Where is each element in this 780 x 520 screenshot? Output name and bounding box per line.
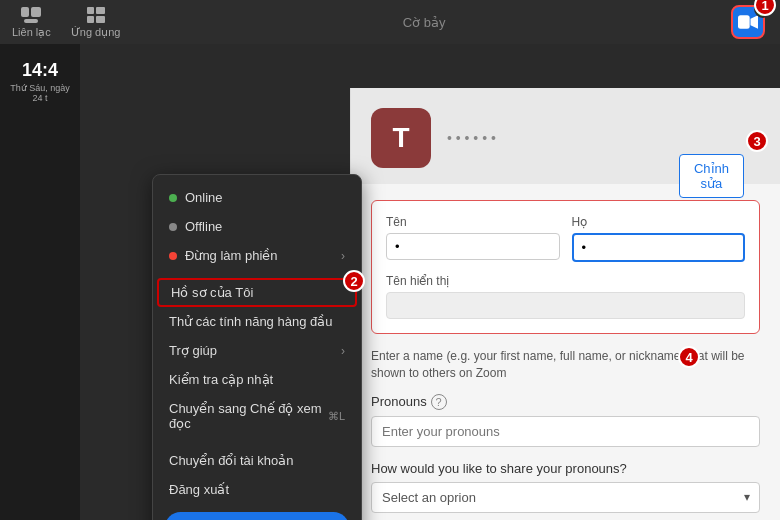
hint-wrapper: Enter a name (e.g. your first name, full…	[371, 348, 760, 382]
tro-giup-label: Trợ giúp	[169, 343, 217, 358]
chinh-sua-button[interactable]: Chỉnh sửa	[679, 154, 744, 198]
profile-name-area: • • • • • •	[447, 130, 744, 146]
step2-badge: 2	[343, 270, 365, 292]
svg-rect-6	[96, 16, 105, 23]
form-area: Tên Họ Tên hiển thị E	[351, 184, 780, 520]
dnd-chevron: ›	[341, 249, 345, 263]
profile-name: • • • • • •	[447, 130, 744, 146]
offline-status: Offline	[169, 219, 222, 234]
step1-badge: 1	[754, 0, 776, 16]
kiem-tra-label: Kiểm tra cập nhật	[169, 372, 273, 387]
ung-dung-icon	[85, 6, 107, 24]
svg-rect-3	[87, 7, 94, 14]
ho-so-wrapper: Hồ sơ của Tôi 2	[153, 278, 361, 307]
form-hint: Enter a name (e.g. your first name, full…	[371, 348, 760, 382]
svg-rect-5	[87, 16, 94, 23]
status-dnd[interactable]: Đừng làm phiền ›	[153, 241, 361, 270]
avatar: T	[371, 108, 431, 168]
chuyen-doi-tai-khoan[interactable]: Chuyển đổi tài khoản	[153, 446, 361, 475]
ten-hien-thi-label: Tên hiển thị	[386, 274, 745, 288]
select-wrap: Select an oprion ▾	[371, 482, 760, 513]
main-content: 14:4 Thứ Sáu, ngày 24 t Online Offline	[0, 44, 780, 520]
ten-group: Tên	[386, 215, 560, 262]
ho-so-cua-toi[interactable]: Hồ sơ của Tôi	[157, 278, 357, 307]
offline-dot	[169, 223, 177, 231]
online-dot	[169, 194, 177, 202]
pronouns-section: Pronouns ?	[371, 394, 760, 447]
pronouns-label: Pronouns ?	[371, 394, 760, 410]
kiem-tra-cap-nhat[interactable]: Kiểm tra cập nhật	[153, 365, 361, 394]
ten-hien-thi-group: Tên hiển thị	[386, 274, 745, 319]
co-bay-label: Cờ bảy	[403, 15, 446, 30]
svg-rect-2	[24, 19, 38, 23]
dnd-label: Đừng làm phiền	[185, 248, 278, 263]
dnd-status: Đừng làm phiền	[169, 248, 278, 263]
tro-giup-chevron: ›	[341, 344, 345, 358]
thu-tinh-nang-label: Thử các tính năng hàng đầu	[169, 314, 332, 329]
svg-rect-7	[738, 15, 750, 28]
online-status: Online	[169, 190, 223, 205]
chuyen-sang-che-do[interactable]: Chuyển sang Chế độ xem đọc ⌘L	[153, 394, 361, 438]
dang-xuat[interactable]: Đăng xuất	[153, 475, 361, 504]
lien-lac-label: Liên lạc	[12, 26, 51, 39]
lien-lac-nav[interactable]: Liên lạc	[12, 6, 51, 39]
step4-badge: 4	[678, 346, 700, 368]
pronouns-input[interactable]	[371, 416, 760, 447]
profile-panel: T • • • • • • Chỉnh sửa 3	[350, 88, 780, 520]
svg-rect-4	[96, 7, 105, 14]
pronouns-help-icon[interactable]: ?	[431, 394, 447, 410]
svg-rect-1	[31, 7, 41, 17]
dropdown-menu: Online Offline Đừng làm phiền ›	[152, 174, 362, 520]
ten-input[interactable]	[386, 233, 560, 260]
share-pronouns-section: How would you like to share your pronoun…	[371, 461, 760, 520]
share-label: How would you like to share your pronoun…	[371, 461, 760, 476]
ho-input[interactable]	[572, 233, 746, 262]
shortcut-label: ⌘L	[328, 410, 345, 423]
time-display: 14:4	[22, 60, 58, 81]
online-label: Online	[185, 190, 223, 205]
page-background: Online Offline Đừng làm phiền ›	[80, 44, 780, 520]
ten-ho-row: Tên Họ	[386, 215, 745, 262]
name-form-box: Tên Họ Tên hiển thị	[371, 200, 760, 334]
step3-badge: 3	[746, 130, 768, 152]
ho-so-label: Hồ sơ của Tôi	[171, 285, 253, 300]
zoom-icon-area: 1	[728, 2, 768, 42]
ho-label: Họ	[572, 215, 746, 229]
profile-header: T • • • • • • Chỉnh sửa 3	[351, 88, 780, 184]
svg-marker-8	[751, 15, 759, 28]
lien-lac-icon	[20, 6, 42, 24]
svg-rect-0	[21, 7, 29, 17]
offline-label: Offline	[185, 219, 222, 234]
dnd-dot	[169, 252, 177, 260]
ung-dung-nav[interactable]: Ứng dụng	[71, 6, 121, 39]
mua-giay-phep-button[interactable]: Mua giấy phép	[165, 512, 349, 520]
date-display: Thứ Sáu, ngày 24 t	[0, 83, 80, 103]
sidebar: 14:4 Thứ Sáu, ngày 24 t	[0, 44, 80, 520]
dang-xuat-label: Đăng xuất	[169, 482, 229, 497]
ung-dung-label: Ứng dụng	[71, 26, 121, 39]
ho-group: Họ	[572, 215, 746, 262]
status-offline[interactable]: Offline	[153, 212, 361, 241]
chuyen-sang-label: Chuyển sang Chế độ xem đọc	[169, 401, 328, 431]
share-select[interactable]: Select an oprion	[371, 482, 760, 513]
ten-label: Tên	[386, 215, 560, 229]
thu-tinh-nang[interactable]: Thử các tính năng hàng đầu	[153, 307, 361, 336]
chuyen-doi-label: Chuyển đổi tài khoản	[169, 453, 293, 468]
top-bar-center: Cờ bảy	[140, 15, 708, 30]
status-online[interactable]: Online	[153, 183, 361, 212]
tro-giup[interactable]: Trợ giúp ›	[153, 336, 361, 365]
ten-hien-thi-input[interactable]	[386, 292, 745, 319]
top-bar: Liên lạc Ứng dụng Cờ bảy	[0, 0, 780, 44]
